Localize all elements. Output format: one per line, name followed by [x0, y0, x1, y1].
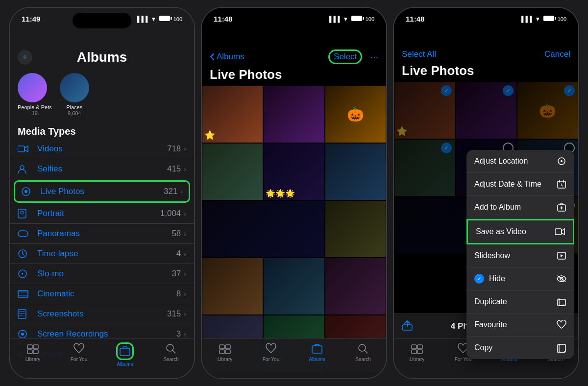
svg-point-22: [167, 344, 173, 351]
tab-foryou-2[interactable]: For You: [248, 342, 294, 362]
svg-rect-20: [33, 350, 38, 354]
cinematic-count: 8: [176, 289, 181, 299]
svg-rect-17: [27, 345, 32, 349]
adjust-datetime-icon: [557, 179, 566, 189]
hide-checked: ✓: [474, 274, 484, 284]
menu-slideshow[interactable]: Slideshow: [466, 244, 574, 267]
svg-rect-27: [225, 350, 230, 354]
phone3-nav: Select All Cancel: [394, 25, 578, 63]
panoramas-count: 58: [172, 229, 181, 239]
photo-cell[interactable]: [202, 258, 263, 314]
media-item-portrait[interactable]: Portrait 1,004 ›: [10, 204, 194, 224]
svg-rect-43: [559, 299, 565, 306]
svg-rect-21: [120, 348, 130, 356]
menu-copy[interactable]: Copy: [466, 337, 574, 359]
svg-rect-26: [220, 350, 224, 354]
signal-icon: ▐▐▐: [135, 16, 148, 23]
tab-library-3[interactable]: Library: [394, 342, 440, 362]
tab-albums-2[interactable]: Albums: [294, 342, 340, 362]
foryou-label-1: For You: [71, 357, 87, 362]
tab-library-2[interactable]: Library: [202, 342, 248, 362]
save-as-video-icon: [555, 227, 565, 237]
phone3-content: 11:48 ▐▐▐ ▼ 100 Select All Cancel Live P…: [394, 8, 578, 378]
library-icon-1: [26, 342, 39, 355]
cancel-button[interactable]: Cancel: [544, 49, 570, 59]
photo-cell-wide[interactable]: [202, 201, 324, 257]
favourite-label: Favourite: [474, 320, 507, 329]
media-item-live-photos[interactable]: Live Photos 321 ›: [15, 182, 189, 201]
menu-hide[interactable]: ✓ Hide: [466, 267, 574, 290]
svg-point-29: [359, 344, 366, 351]
search-icon-1: [165, 342, 177, 355]
tab-albums-1[interactable]: Albums: [102, 342, 148, 367]
slideshow-label: Slideshow: [474, 251, 510, 260]
photo-cell[interactable]: [264, 86, 324, 143]
back-button-2[interactable]: Albums: [210, 52, 245, 62]
copy-icon: [557, 343, 566, 353]
portrait-name: Portrait: [37, 209, 160, 218]
screenshots-name: Screenshots: [37, 309, 167, 319]
media-item-screenshots[interactable]: Screenshots 315 ›: [10, 304, 194, 324]
media-item-selfies[interactable]: Selfies 415 ›: [10, 159, 194, 179]
menu-save-as-video[interactable]: Save as Video: [466, 219, 574, 244]
photo-cell-3[interactable]: ⭐ ✓: [394, 82, 455, 139]
menu-duplicate[interactable]: Duplicate: [466, 290, 574, 314]
tab-search-1[interactable]: Search: [148, 342, 194, 362]
tab-foryou-1[interactable]: For You: [56, 342, 102, 362]
menu-adjust-location[interactable]: Adjust Location: [466, 150, 574, 173]
add-button[interactable]: +: [18, 50, 32, 65]
save-as-video-label: Save as Video: [476, 227, 526, 236]
media-item-videos[interactable]: Videos 718 ›: [10, 139, 194, 159]
photo-cell[interactable]: [325, 258, 386, 314]
live-photos-name: Live Photos: [41, 187, 164, 196]
people-label: People & Pets: [18, 104, 52, 110]
select-all-button[interactable]: Select All: [402, 49, 436, 59]
phone3-title: Live Photos: [394, 63, 578, 82]
tab-search-2[interactable]: Search: [340, 342, 386, 362]
svg-rect-46: [412, 345, 416, 349]
photo-cell-3[interactable]: ✓: [456, 82, 516, 139]
hide-icon: [557, 274, 566, 284]
albums-icon-1: [120, 346, 130, 357]
svg-rect-24: [220, 345, 224, 349]
phone1-content: 11:49 ▐▐▐ ▼ 100 + Albums People & Pets 1…: [10, 8, 194, 378]
menu-adjust-datetime[interactable]: Adjust Date & Time: [466, 173, 574, 196]
selfies-icon: [18, 164, 31, 174]
panoramas-name: Panoramas: [37, 229, 172, 239]
media-item-panoramas[interactable]: Panoramas 58 ›: [10, 224, 194, 244]
photo-cell[interactable]: [264, 258, 324, 314]
photo-cell[interactable]: 🎃: [325, 86, 386, 143]
live-photos-chevron: ›: [180, 188, 183, 195]
section-title: Media Types: [10, 122, 194, 139]
people-item[interactable]: People & Pets 19: [18, 73, 52, 116]
tab-library-1[interactable]: Library: [10, 342, 56, 362]
screenshots-icon: [18, 309, 31, 319]
phone2-title: Live Photos: [202, 67, 386, 86]
photo-cell-3[interactable]: 🎃 ✓: [517, 82, 578, 139]
photo-cell[interactable]: [202, 144, 263, 200]
photo-cell[interactable]: [325, 201, 386, 257]
photo-cell[interactable]: [325, 144, 386, 200]
select-button-2[interactable]: Select: [334, 52, 357, 61]
more-button-2[interactable]: ···: [370, 51, 378, 63]
svg-rect-4: [18, 209, 26, 218]
media-item-cinematic[interactable]: Cinematic 8 ›: [10, 284, 194, 304]
panoramas-icon: [18, 229, 31, 239]
select-circle: ✓: [441, 85, 452, 96]
menu-add-to-album[interactable]: Add to Album: [466, 196, 574, 219]
menu-favourite[interactable]: Favourite: [466, 314, 574, 337]
photo-cell[interactable]: 🌟🌟🌟: [264, 144, 324, 200]
battery-icon-2: 100: [351, 16, 374, 23]
dynamic-island-2: [265, 13, 323, 28]
duplicate-icon: [557, 297, 566, 307]
places-item[interactable]: Places 9,604: [60, 73, 89, 116]
albums-tab-highlight: [116, 342, 134, 360]
slomo-chevron: ›: [184, 270, 186, 278]
slideshow-icon: [557, 251, 566, 261]
share-icon[interactable]: [402, 319, 413, 334]
photo-cell-3[interactable]: ✓: [394, 140, 455, 196]
media-item-timelapse[interactable]: Time-lapse 4 ›: [10, 244, 194, 264]
media-item-slomo[interactable]: Slo-mo 37 ›: [10, 264, 194, 284]
select-circle: ✓: [503, 85, 514, 96]
photo-cell[interactable]: ⭐: [202, 86, 263, 143]
